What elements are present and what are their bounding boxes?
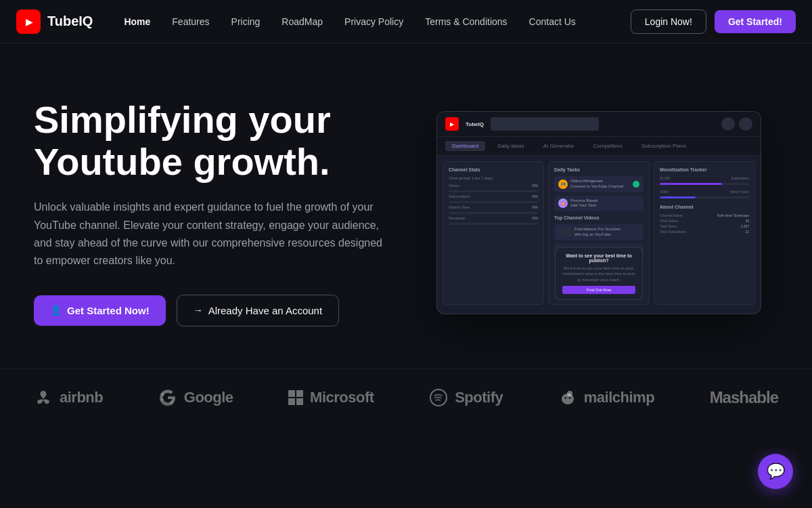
nav-actions: Login Now! Get Started! bbox=[631, 9, 796, 34]
spotify-icon bbox=[429, 388, 448, 407]
brand-microsoft: Microsoft bbox=[288, 389, 374, 406]
hero-buttons: 👤 Get Started Now! → Already Have an Acc… bbox=[34, 295, 392, 326]
mockup-popup: Want to see your best time to publish? W… bbox=[555, 247, 643, 300]
mockup-stat-subs: Subscribers 0% bbox=[449, 194, 538, 198]
login-button[interactable]: Login Now! bbox=[631, 9, 706, 34]
brand-google-label: Google bbox=[184, 389, 233, 406]
mockup-monetization: Monetization Tracker 21,000 Subscribers … bbox=[654, 161, 755, 305]
mockup-channel-info: Channel Name: Kyle Inner Showcase Total … bbox=[660, 213, 749, 234]
mockup-app-name: TubeIQ bbox=[466, 121, 484, 127]
hero-content: Simplifying your Youtube growth. Unlock … bbox=[34, 99, 392, 326]
svg-point-2 bbox=[567, 391, 572, 396]
brand-spotify-label: Spotify bbox=[455, 389, 503, 406]
airbnb-icon bbox=[34, 388, 53, 407]
nav-link-pricing[interactable]: Pricing bbox=[222, 11, 270, 33]
dashboard-preview: ▶ TubeIQ Dashboard Daily Ideas AI Genera… bbox=[436, 111, 761, 314]
nav-link-home[interactable]: Home bbox=[114, 11, 160, 33]
user-icon: 👤 bbox=[50, 305, 62, 316]
nav-link-terms[interactable]: Terms & Conditions bbox=[415, 11, 516, 33]
video-thumb-1 bbox=[558, 228, 572, 237]
mockup-task-2: 🎯 Process BasedAdd Your Tech bbox=[554, 196, 644, 212]
svg-point-3 bbox=[564, 397, 566, 399]
mockup-tasks-title: Daily Tasks bbox=[554, 167, 644, 172]
mockup-time-period: Time period: Last 7 days bbox=[449, 176, 538, 180]
logo-icon bbox=[16, 9, 41, 34]
get-started-button[interactable]: 👤 Get Started Now! bbox=[34, 295, 166, 326]
mashable-label: Mashable bbox=[710, 388, 778, 407]
mockup-search bbox=[491, 117, 599, 131]
nav-links: Home Features Pricing RoadMap Privacy Po… bbox=[114, 11, 630, 33]
brands-section: airbnb Google Microsoft bbox=[0, 368, 812, 426]
svg-point-4 bbox=[568, 397, 570, 399]
arrow-icon: → bbox=[194, 305, 203, 316]
mockup-icons bbox=[721, 117, 752, 131]
nav-link-features[interactable]: Features bbox=[162, 11, 219, 33]
nav-link-roadmap[interactable]: RoadMap bbox=[272, 11, 332, 33]
google-icon bbox=[158, 388, 177, 407]
mockup-icon-1 bbox=[721, 117, 735, 131]
mockup-popup-btn: Find Out Now bbox=[562, 286, 635, 294]
task-icon-2: 🎯 bbox=[558, 198, 568, 208]
mockup-topbar: ▶ TubeIQ bbox=[437, 112, 761, 137]
task-check-1 bbox=[633, 181, 639, 188]
brand-airbnb: airbnb bbox=[34, 388, 103, 407]
nav-link-contact[interactable]: Contact Us bbox=[520, 11, 585, 33]
mockup-logo: ▶ bbox=[445, 117, 459, 131]
brands-row: airbnb Google Microsoft bbox=[34, 388, 778, 407]
get-started-nav-button[interactable]: Get Started! bbox=[715, 10, 796, 33]
task-icon-1: 🎮 bbox=[558, 179, 568, 189]
navbar: TubeIQ Home Features Pricing RoadMap Pri… bbox=[0, 0, 812, 43]
brand-mailchimp-label: mailchimp bbox=[584, 389, 654, 406]
chat-icon: 💬 bbox=[767, 463, 785, 480]
mockup-stats-title: Channel Stats bbox=[449, 167, 538, 172]
mailchimp-icon bbox=[558, 388, 577, 407]
brand-google: Google bbox=[158, 388, 233, 407]
logo[interactable]: TubeIQ bbox=[16, 9, 93, 34]
brand-microsoft-label: Microsoft bbox=[310, 389, 374, 406]
mockup-tab-ideas: Daily Ideas bbox=[491, 141, 531, 151]
mockup-tab-dashboard: Dashboard bbox=[445, 141, 485, 151]
chat-bubble[interactable]: 💬 bbox=[758, 454, 793, 489]
mockup-video-1: Foundations For SuccessWin big on YouTub… bbox=[554, 224, 644, 240]
mockup-channel-stats: Channel Stats Time period: Last 7 days V… bbox=[443, 161, 544, 305]
mockup-stat-views: Views 0% bbox=[449, 184, 538, 188]
mockup-stat-revenue: Revenue 0% bbox=[449, 216, 538, 220]
brand-mashable: Mashable bbox=[710, 388, 778, 407]
hero-section: Simplifying your Youtube growth. Unlock … bbox=[0, 43, 812, 368]
hero-description: Unlock valuable insights and expert guid… bbox=[34, 198, 392, 270]
mockup-tab-plans: Subscription Plans bbox=[635, 141, 693, 151]
mockup-tab-comp: Competitors bbox=[587, 141, 629, 151]
microsoft-icon bbox=[288, 390, 303, 405]
mockup-task-1: 🎮 Oldest MinigamesConnect to YouTube Cha… bbox=[554, 176, 644, 192]
mockup-monetization-bars: 21,000 Subscribers 3,900 Watch hours bbox=[660, 176, 749, 200]
brand-spotify: Spotify bbox=[429, 388, 503, 407]
mockup-tab-ai: AI Generator bbox=[537, 141, 581, 151]
mockup-tabs: Dashboard Daily Ideas AI Generator Compe… bbox=[437, 137, 761, 156]
nav-link-privacy[interactable]: Privacy Policy bbox=[335, 11, 413, 33]
brand-airbnb-label: airbnb bbox=[60, 389, 103, 406]
already-account-button[interactable]: → Already Have an Account bbox=[177, 295, 339, 326]
hero-mockup: ▶ TubeIQ Dashboard Daily Ideas AI Genera… bbox=[420, 111, 778, 314]
logo-text: TubeIQ bbox=[47, 14, 93, 29]
mockup-icon-2 bbox=[739, 117, 752, 131]
hero-title: Simplifying your Youtube growth. bbox=[34, 99, 392, 182]
mockup-stat-watch: Watch Time 0% bbox=[449, 205, 538, 209]
brand-mailchimp: mailchimp bbox=[558, 388, 654, 407]
